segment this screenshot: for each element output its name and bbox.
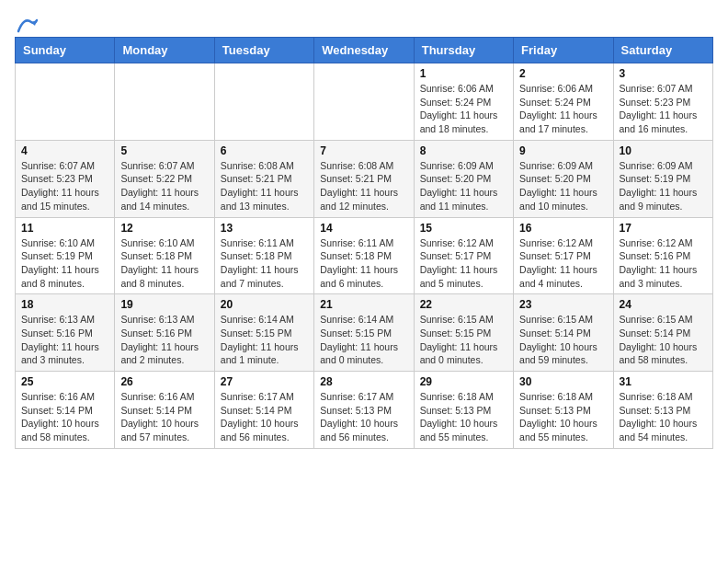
logo-icon xyxy=(17,15,39,33)
day-cell: 26Sunrise: 6:16 AMSunset: 5:14 PMDayligh… xyxy=(115,372,214,449)
day-info: Sunrise: 6:15 AMSunset: 5:15 PMDaylight:… xyxy=(420,313,507,367)
day-number: 11 xyxy=(21,222,108,235)
day-info: Sunrise: 6:15 AMSunset: 5:14 PMDaylight:… xyxy=(519,313,607,367)
calendar: SundayMondayTuesdayWednesdayThursdayFrid… xyxy=(15,37,713,449)
day-number: 5 xyxy=(120,144,208,157)
day-info: Sunrise: 6:11 AMSunset: 5:18 PMDaylight:… xyxy=(221,236,308,291)
day-cell xyxy=(115,63,214,141)
day-cell: 11Sunrise: 6:10 AMSunset: 5:19 PMDayligh… xyxy=(16,217,115,294)
day-cell: 31Sunrise: 6:18 AMSunset: 5:13 PMDayligh… xyxy=(613,372,712,449)
day-cell: 22Sunrise: 6:15 AMSunset: 5:15 PMDayligh… xyxy=(414,294,513,372)
day-info: Sunrise: 6:10 AMSunset: 5:18 PMDaylight:… xyxy=(120,236,208,291)
weekday-header-tuesday: Tuesday xyxy=(214,38,313,63)
day-number: 14 xyxy=(320,222,407,235)
day-cell: 23Sunrise: 6:15 AMSunset: 5:14 PMDayligh… xyxy=(514,294,613,372)
day-info: Sunrise: 6:09 AMSunset: 5:19 PMDaylight:… xyxy=(620,159,707,213)
day-info: Sunrise: 6:13 AMSunset: 5:16 PMDaylight:… xyxy=(120,313,208,367)
day-number: 12 xyxy=(120,222,208,235)
week-row-3: 11Sunrise: 6:10 AMSunset: 5:19 PMDayligh… xyxy=(16,217,713,294)
day-cell: 9Sunrise: 6:09 AMSunset: 5:20 PMDaylight… xyxy=(514,140,613,217)
day-info: Sunrise: 6:18 AMSunset: 5:13 PMDaylight:… xyxy=(420,390,507,444)
day-number: 15 xyxy=(420,222,507,235)
day-cell: 13Sunrise: 6:11 AMSunset: 5:18 PMDayligh… xyxy=(214,217,313,294)
day-number: 2 xyxy=(519,67,607,80)
day-info: Sunrise: 6:17 AMSunset: 5:13 PMDaylight:… xyxy=(320,390,407,444)
day-cell: 19Sunrise: 6:13 AMSunset: 5:16 PMDayligh… xyxy=(115,294,214,372)
day-info: Sunrise: 6:06 AMSunset: 5:24 PMDaylight:… xyxy=(420,82,507,136)
day-cell: 14Sunrise: 6:11 AMSunset: 5:18 PMDayligh… xyxy=(314,217,414,294)
day-number: 6 xyxy=(221,144,308,157)
day-number: 31 xyxy=(620,375,707,388)
day-cell: 4Sunrise: 6:07 AMSunset: 5:23 PMDaylight… xyxy=(16,140,115,217)
day-number: 20 xyxy=(221,298,308,311)
day-cell: 10Sunrise: 6:09 AMSunset: 5:19 PMDayligh… xyxy=(613,140,712,217)
day-info: Sunrise: 6:11 AMSunset: 5:18 PMDaylight:… xyxy=(320,236,407,291)
day-info: Sunrise: 6:08 AMSunset: 5:21 PMDaylight:… xyxy=(320,159,407,213)
day-info: Sunrise: 6:16 AMSunset: 5:14 PMDaylight:… xyxy=(21,390,108,444)
week-row-5: 25Sunrise: 6:16 AMSunset: 5:14 PMDayligh… xyxy=(16,372,713,449)
day-number: 30 xyxy=(519,375,607,388)
day-cell xyxy=(16,63,115,141)
weekday-header-wednesday: Wednesday xyxy=(314,38,414,63)
day-info: Sunrise: 6:08 AMSunset: 5:21 PMDaylight:… xyxy=(221,159,308,213)
weekday-header-sunday: Sunday xyxy=(16,38,115,63)
weekday-header-friday: Friday xyxy=(514,38,613,63)
day-number: 29 xyxy=(420,375,507,388)
day-cell: 16Sunrise: 6:12 AMSunset: 5:17 PMDayligh… xyxy=(514,217,613,294)
week-row-2: 4Sunrise: 6:07 AMSunset: 5:23 PMDaylight… xyxy=(16,140,713,217)
day-cell xyxy=(314,63,414,141)
day-cell: 5Sunrise: 6:07 AMSunset: 5:22 PMDaylight… xyxy=(115,140,214,217)
day-number: 19 xyxy=(120,298,208,311)
day-info: Sunrise: 6:18 AMSunset: 5:13 PMDaylight:… xyxy=(519,390,607,444)
week-row-4: 18Sunrise: 6:13 AMSunset: 5:16 PMDayligh… xyxy=(16,294,713,372)
day-number: 26 xyxy=(120,375,208,388)
day-cell: 3Sunrise: 6:07 AMSunset: 5:23 PMDaylight… xyxy=(613,63,712,141)
day-cell: 29Sunrise: 6:18 AMSunset: 5:13 PMDayligh… xyxy=(414,372,513,449)
day-number: 18 xyxy=(21,298,108,311)
day-number: 24 xyxy=(620,298,707,311)
day-info: Sunrise: 6:17 AMSunset: 5:14 PMDaylight:… xyxy=(221,390,308,444)
day-number: 28 xyxy=(320,375,407,388)
day-info: Sunrise: 6:16 AMSunset: 5:14 PMDaylight:… xyxy=(120,390,208,444)
day-number: 21 xyxy=(320,298,407,311)
day-cell: 17Sunrise: 6:12 AMSunset: 5:16 PMDayligh… xyxy=(613,217,712,294)
day-number: 25 xyxy=(21,375,108,388)
day-info: Sunrise: 6:10 AMSunset: 5:19 PMDaylight:… xyxy=(21,236,108,291)
day-cell: 7Sunrise: 6:08 AMSunset: 5:21 PMDaylight… xyxy=(314,140,414,217)
day-number: 4 xyxy=(21,144,108,157)
day-info: Sunrise: 6:07 AMSunset: 5:23 PMDaylight:… xyxy=(21,159,108,213)
day-info: Sunrise: 6:07 AMSunset: 5:22 PMDaylight:… xyxy=(120,159,208,213)
day-cell: 20Sunrise: 6:14 AMSunset: 5:15 PMDayligh… xyxy=(214,294,313,372)
day-info: Sunrise: 6:12 AMSunset: 5:17 PMDaylight:… xyxy=(519,236,607,291)
day-cell: 1Sunrise: 6:06 AMSunset: 5:24 PMDaylight… xyxy=(414,63,513,141)
weekday-header-thursday: Thursday xyxy=(414,38,513,63)
day-number: 3 xyxy=(620,67,707,80)
day-cell: 30Sunrise: 6:18 AMSunset: 5:13 PMDayligh… xyxy=(514,372,613,449)
day-number: 27 xyxy=(221,375,308,388)
day-info: Sunrise: 6:18 AMSunset: 5:13 PMDaylight:… xyxy=(620,390,707,444)
day-cell: 28Sunrise: 6:17 AMSunset: 5:13 PMDayligh… xyxy=(314,372,414,449)
week-row-1: 1Sunrise: 6:06 AMSunset: 5:24 PMDaylight… xyxy=(16,63,713,141)
day-info: Sunrise: 6:09 AMSunset: 5:20 PMDaylight:… xyxy=(420,159,507,213)
day-cell: 12Sunrise: 6:10 AMSunset: 5:18 PMDayligh… xyxy=(115,217,214,294)
header-area xyxy=(15,15,713,29)
day-info: Sunrise: 6:14 AMSunset: 5:15 PMDaylight:… xyxy=(320,313,407,367)
day-number: 9 xyxy=(519,144,607,157)
logo xyxy=(15,15,39,29)
day-number: 8 xyxy=(420,144,507,157)
day-number: 16 xyxy=(519,222,607,235)
day-info: Sunrise: 6:06 AMSunset: 5:24 PMDaylight:… xyxy=(519,82,607,136)
day-cell: 21Sunrise: 6:14 AMSunset: 5:15 PMDayligh… xyxy=(314,294,414,372)
day-cell: 18Sunrise: 6:13 AMSunset: 5:16 PMDayligh… xyxy=(16,294,115,372)
day-number: 17 xyxy=(620,222,707,235)
day-info: Sunrise: 6:15 AMSunset: 5:14 PMDaylight:… xyxy=(620,313,707,367)
weekday-header-row: SundayMondayTuesdayWednesdayThursdayFrid… xyxy=(16,38,713,63)
day-cell: 6Sunrise: 6:08 AMSunset: 5:21 PMDaylight… xyxy=(214,140,313,217)
day-info: Sunrise: 6:07 AMSunset: 5:23 PMDaylight:… xyxy=(620,82,707,136)
day-info: Sunrise: 6:13 AMSunset: 5:16 PMDaylight:… xyxy=(21,313,108,367)
day-cell: 2Sunrise: 6:06 AMSunset: 5:24 PMDaylight… xyxy=(514,63,613,141)
day-cell xyxy=(214,63,313,141)
day-number: 13 xyxy=(221,222,308,235)
day-info: Sunrise: 6:09 AMSunset: 5:20 PMDaylight:… xyxy=(519,159,607,213)
day-cell: 15Sunrise: 6:12 AMSunset: 5:17 PMDayligh… xyxy=(414,217,513,294)
